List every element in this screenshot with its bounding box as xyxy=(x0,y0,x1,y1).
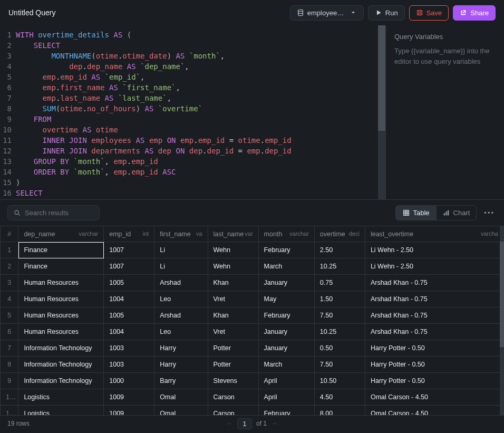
table-cell[interactable]: Omal Carson - 4.50 xyxy=(365,389,503,406)
column-header[interactable]: emp_idint xyxy=(104,226,154,242)
save-button[interactable]: Save xyxy=(409,5,449,21)
table-row[interactable]: 6Human Resources1004LeoVretJanuary10.25A… xyxy=(1,324,504,340)
table-cell[interactable]: Li xyxy=(154,258,208,275)
table-scrollbar-track[interactable] xyxy=(500,226,504,415)
table-cell[interactable]: May xyxy=(258,291,314,307)
table-cell[interactable]: Information Technology xyxy=(18,373,104,389)
table-cell[interactable]: 2 xyxy=(1,258,18,275)
table-cell[interactable]: Finance xyxy=(18,258,104,275)
column-header[interactable]: dep_namevarchar xyxy=(18,226,104,242)
table-cell[interactable]: 7.50 xyxy=(314,307,365,324)
table-cell[interactable]: February xyxy=(258,406,314,416)
table-row[interactable]: 9Information Technology1000BarryStevensA… xyxy=(1,373,504,389)
table-cell[interactable]: Li xyxy=(154,242,208,258)
table-cell[interactable]: January xyxy=(258,324,314,340)
table-row[interactable]: 3Human Resources1005ArshadKhanJanuary0.7… xyxy=(1,275,504,291)
run-button[interactable]: Run xyxy=(368,5,405,21)
column-header[interactable]: # xyxy=(1,226,18,242)
table-cell[interactable]: February xyxy=(258,242,314,258)
sql-editor[interactable]: 12345678910111213141516 WITH overtime_de… xyxy=(0,25,385,199)
table-cell[interactable]: Arshad xyxy=(154,275,208,291)
table-cell[interactable]: 1.50 xyxy=(314,291,365,307)
table-row[interactable]: 2Finance1007LiWehnMarch10.25Li Wehn - 2.… xyxy=(1,258,504,275)
table-cell[interactable]: Harry Potter - 0.50 xyxy=(365,373,503,389)
table-cell[interactable]: Harry xyxy=(154,340,208,357)
table-cell[interactable]: March xyxy=(258,258,314,275)
sql-code[interactable]: WITH overtime_details AS ( SELECT MONTHN… xyxy=(16,30,292,199)
table-cell[interactable]: Omal Carson - 4.50 xyxy=(365,406,503,416)
table-cell[interactable]: Carson xyxy=(208,389,258,406)
table-cell[interactable]: 1004 xyxy=(104,291,154,307)
page-prev-button[interactable]: ← xyxy=(227,420,233,427)
table-cell[interactable]: 7 xyxy=(1,340,18,357)
chart-view-button[interactable]: Chart xyxy=(437,205,477,220)
table-cell[interactable]: Khan xyxy=(208,275,258,291)
table-cell[interactable]: March xyxy=(258,357,314,373)
share-button[interactable]: Share xyxy=(453,5,496,21)
table-row[interactable]: 5Human Resources1005ArshadKhanFebruary7.… xyxy=(1,307,504,324)
column-header[interactable]: least_overtimevarcha xyxy=(365,226,503,242)
table-cell[interactable]: Harry Potter - 0.50 xyxy=(365,340,503,357)
editor-scrollbar-thumb[interactable] xyxy=(378,25,385,131)
table-row[interactable]: 4Human Resources1004LeoVretMay1.50Arshad… xyxy=(1,291,504,307)
table-row[interactable]: 1Finance1007LiWehnFebruary2.50Li Wehn - … xyxy=(1,242,504,258)
table-row[interactable]: 11Logistics1009OmalCarsonFebruary8.00Oma… xyxy=(1,406,504,416)
table-cell[interactable]: Wehn xyxy=(208,258,258,275)
table-cell[interactable]: Human Resources xyxy=(18,307,104,324)
table-cell[interactable]: 1007 xyxy=(104,258,154,275)
table-cell[interactable]: Omal xyxy=(154,406,208,416)
table-view-button[interactable]: Table xyxy=(395,205,436,220)
table-cell[interactable]: 1009 xyxy=(104,389,154,406)
table-cell[interactable]: Carson xyxy=(208,406,258,416)
table-cell[interactable]: 1004 xyxy=(104,324,154,340)
table-cell[interactable]: Logistics xyxy=(18,406,104,416)
table-cell[interactable]: February xyxy=(258,307,314,324)
table-cell[interactable]: 5 xyxy=(1,307,18,324)
table-cell[interactable]: Arshad Khan - 0.75 xyxy=(365,291,503,307)
table-cell[interactable]: Arshad Khan - 0.75 xyxy=(365,324,503,340)
table-cell[interactable]: Information Technology xyxy=(18,340,104,357)
table-cell[interactable]: 0.75 xyxy=(314,275,365,291)
table-cell[interactable]: 1 xyxy=(1,242,18,258)
table-cell[interactable]: Harry xyxy=(154,357,208,373)
table-cell[interactable]: 1005 xyxy=(104,307,154,324)
column-header[interactable]: monthvarchar xyxy=(258,226,314,242)
table-cell[interactable]: Arshad Khan - 0.75 xyxy=(365,307,503,324)
table-row[interactable]: 8Information Technology1003HarryPotterMa… xyxy=(1,357,504,373)
table-cell[interactable]: Li Wehn - 2.50 xyxy=(365,242,503,258)
table-cell[interactable]: 1007 xyxy=(104,242,154,258)
table-cell[interactable]: Human Resources xyxy=(18,275,104,291)
table-cell[interactable]: 7.50 xyxy=(314,357,365,373)
table-cell[interactable]: Barry xyxy=(154,373,208,389)
table-cell[interactable]: Logistics xyxy=(18,389,104,406)
table-cell[interactable]: 10.25 xyxy=(314,324,365,340)
table-cell[interactable]: 4 xyxy=(1,291,18,307)
table-cell[interactable]: January xyxy=(258,340,314,357)
table-cell[interactable]: 10.50 xyxy=(314,373,365,389)
table-cell[interactable]: 0.50 xyxy=(314,340,365,357)
table-cell[interactable]: Leo xyxy=(154,291,208,307)
table-cell[interactable]: 10 xyxy=(1,389,18,406)
table-cell[interactable]: 4.50 xyxy=(314,389,365,406)
table-row[interactable]: 10Logistics1009OmalCarsonApril4.50Omal C… xyxy=(1,389,504,406)
table-cell[interactable]: 1003 xyxy=(104,357,154,373)
table-cell[interactable]: 1003 xyxy=(104,340,154,357)
table-cell[interactable]: Harry Potter - 0.50 xyxy=(365,357,503,373)
table-cell[interactable]: Potter xyxy=(208,357,258,373)
page-next-button[interactable]: → xyxy=(271,420,277,427)
database-selector[interactable]: employee_inform... xyxy=(290,5,364,21)
table-cell[interactable]: Khan xyxy=(208,307,258,324)
table-cell[interactable]: April xyxy=(258,373,314,389)
page-input[interactable] xyxy=(237,418,252,429)
table-cell[interactable]: Omal xyxy=(154,389,208,406)
table-cell[interactable]: Wehn xyxy=(208,242,258,258)
table-cell[interactable]: 1000 xyxy=(104,373,154,389)
table-cell[interactable]: 1009 xyxy=(104,406,154,416)
table-cell[interactable]: Leo xyxy=(154,324,208,340)
table-cell[interactable]: Potter xyxy=(208,340,258,357)
table-cell[interactable]: 3 xyxy=(1,275,18,291)
table-cell[interactable]: Human Resources xyxy=(18,291,104,307)
table-cell[interactable]: 9 xyxy=(1,373,18,389)
table-cell[interactable]: Information Technology xyxy=(18,357,104,373)
editor-scrollbar-track[interactable] xyxy=(378,25,385,199)
